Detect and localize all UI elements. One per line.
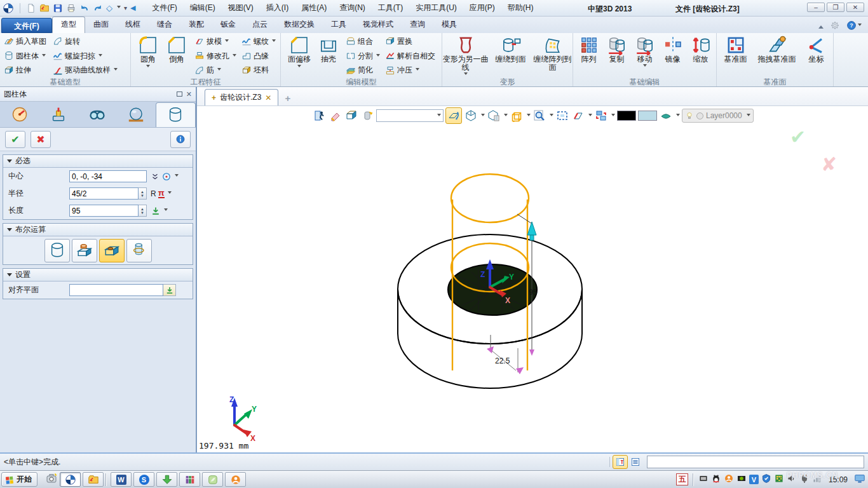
radius-input[interactable]: [69, 187, 139, 200]
command-input[interactable]: [647, 456, 864, 468]
document-tab[interactable]: + 齿轮设计.Z3 ✕: [205, 89, 278, 105]
panel-tab-gauge[interactable]: [0, 102, 39, 127]
panel-close-icon[interactable]: ✕: [186, 90, 192, 98]
chevron-down-icon[interactable]: [225, 39, 229, 44]
redo-icon[interactable]: [93, 3, 103, 13]
panel-restore-icon[interactable]: [177, 92, 182, 97]
view-manager-icon[interactable]: ◇: [106, 3, 112, 13]
background-button[interactable]: [659, 109, 673, 123]
ribbon-button-loft[interactable]: 驱动曲线放样: [51, 63, 119, 78]
layer-bulb-icon[interactable]: [685, 111, 694, 120]
ribbon-button-divide[interactable]: 分割: [344, 49, 381, 64]
cancel-button[interactable]: ✖: [31, 131, 51, 148]
ime-indicator[interactable]: 五: [676, 473, 688, 485]
expand-chevrons-icon[interactable]: [151, 172, 159, 181]
required-section-header[interactable]: 必选: [3, 155, 193, 168]
chevron-down-icon[interactable]: [217, 68, 221, 72]
menu-attributes[interactable]: 属性(A): [301, 3, 327, 13]
chevron-down-icon[interactable]: [416, 68, 419, 72]
swap-view-button[interactable]: [594, 109, 608, 123]
taskbar-word-button[interactable]: W: [111, 472, 132, 487]
ribbon-button-stock[interactable]: 坯料: [240, 63, 277, 78]
boolean-base-button[interactable]: [44, 239, 70, 262]
menu-utilities[interactable]: 实用工具(U): [416, 3, 457, 13]
chevron-down-icon[interactable]: [98, 54, 102, 58]
chevron-down-icon[interactable]: [168, 191, 172, 196]
menu-insert[interactable]: 插入(I): [266, 3, 288, 13]
doc-tab-close-icon[interactable]: ✕: [265, 93, 271, 102]
panel-tab-cylinder[interactable]: [156, 102, 196, 127]
menu-applications[interactable]: 应用(P): [470, 3, 495, 13]
ribbon-button-punch[interactable]: 冲压: [384, 63, 437, 78]
align-pick-button[interactable]: [163, 284, 176, 296]
radius-spinner[interactable]: ▲▼: [139, 187, 147, 200]
filter-icon[interactable]: [360, 109, 374, 123]
show-desktop-button[interactable]: [854, 473, 865, 486]
save-icon[interactable]: [53, 3, 63, 13]
tab-mold[interactable]: 模具: [433, 17, 465, 33]
ribbon-button-extrude[interactable]: 拉伸: [3, 63, 48, 78]
viewport-ok-ghost-icon[interactable]: ✔: [790, 126, 806, 148]
tray-foxmail-icon[interactable]: [724, 473, 734, 485]
ribbon-button-csys[interactable]: 坐标: [803, 34, 830, 78]
tray-network-icon[interactable]: [812, 473, 822, 485]
screenshot-tool-icon[interactable]: [45, 472, 58, 487]
length-spinner[interactable]: ▲▼: [139, 205, 147, 217]
tab-tools[interactable]: 工具: [323, 17, 355, 33]
length-input[interactable]: [69, 205, 139, 217]
settings-gear-icon[interactable]: [830, 20, 840, 30]
ribbon-button-cylinder[interactable]: 圆柱体: [3, 49, 48, 64]
ribbon-button-chamfer[interactable]: 倒角: [163, 34, 191, 78]
menu-file[interactable]: 文件(F): [153, 3, 177, 13]
rotate-view-button[interactable]: [445, 107, 462, 124]
tray-vdisk-icon[interactable]: V: [749, 475, 759, 484]
menu-view[interactable]: 视图(V): [228, 3, 254, 13]
ribbon-button-flange[interactable]: 凸缘: [240, 49, 277, 64]
close-button[interactable]: ✕: [846, 3, 864, 12]
tray-grid-icon[interactable]: [774, 473, 784, 485]
taskbar-winrar-button[interactable]: [179, 472, 200, 487]
panel-tab-stamp[interactable]: [39, 102, 78, 127]
menu-help[interactable]: 帮助(H): [508, 3, 534, 13]
ribbon-button-scale[interactable]: 缩放: [688, 34, 714, 78]
chevron-down-icon[interactable]: [464, 72, 468, 77]
chevron-down-icon[interactable]: [676, 114, 680, 118]
ribbon-button-replace[interactable]: 置换: [384, 34, 437, 49]
chevron-down-icon[interactable]: [117, 6, 121, 10]
align-plane-input[interactable]: [69, 284, 163, 296]
face-color-swatch[interactable]: [638, 111, 657, 121]
ribbon-button-simplify[interactable]: 简化: [344, 63, 381, 78]
undo-icon[interactable]: [79, 3, 90, 13]
ribbon-button-insert-sketch[interactable]: 插入草图: [3, 34, 48, 49]
ribbon-button-datum-plane[interactable]: 基准面: [721, 34, 751, 78]
radius-mode-label[interactable]: R: [151, 189, 156, 198]
output-list-button[interactable]: [628, 455, 643, 469]
pi-expression-icon[interactable]: π: [158, 189, 165, 198]
collapse-panel-icon[interactable]: ◀: [130, 4, 135, 12]
panel-tab-sphere[interactable]: [117, 102, 156, 127]
minimize-button[interactable]: –: [807, 3, 825, 12]
zoom-button[interactable]: [532, 109, 546, 123]
ribbon-button-fillet[interactable]: 圆角: [133, 34, 163, 78]
ribbon-button-revolve[interactable]: 旋转: [51, 34, 119, 49]
ribbon-button-mirror[interactable]: 镜像: [660, 34, 686, 78]
tab-inquire[interactable]: 查询: [402, 17, 433, 33]
tray-qq-icon[interactable]: [711, 473, 721, 485]
help-icon[interactable]: [846, 20, 862, 30]
clock[interactable]: 15:09: [829, 475, 848, 484]
app-logo-icon[interactable]: [3, 3, 14, 14]
ribbon-button-move[interactable]: 移动: [632, 34, 658, 78]
layer-control[interactable]: Layer0000: [682, 109, 754, 123]
customize-qat-icon[interactable]: ▾: [124, 4, 127, 11]
file-menu-button[interactable]: 文件(F): [1, 18, 52, 33]
tab-visualstyle[interactable]: 视觉样式: [355, 17, 402, 33]
ribbon-button-wrap-pattern-to-face[interactable]: 缠绕阵列到面: [533, 34, 573, 78]
chevron-down-icon[interactable]: [146, 65, 150, 69]
layer-select[interactable]: Layer0000: [706, 111, 750, 120]
zoom-window-button[interactable]: [555, 109, 569, 123]
tab-shape[interactable]: 造型: [52, 17, 85, 33]
wireframe-mode-button[interactable]: [510, 109, 524, 123]
tab-assembly[interactable]: 装配: [180, 17, 212, 33]
taskbar-notes-button[interactable]: [202, 472, 223, 487]
chevron-down-icon[interactable]: [550, 114, 553, 118]
